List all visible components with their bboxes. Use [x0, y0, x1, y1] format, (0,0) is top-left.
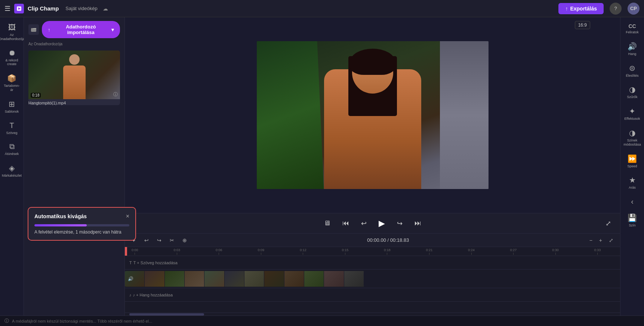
skip-forward-button[interactable]: ⏭: [412, 218, 424, 229]
export-icon: ↑: [565, 6, 568, 12]
filter-icon: ◑: [629, 85, 635, 94]
timeline-zoom-controls: − + ⤢: [587, 237, 616, 244]
main-area: 🖼 Az Onadathordozója ⏺ & rekord create 📦…: [0, 17, 644, 316]
info-icon: ⓘ: [4, 318, 9, 324]
sidebar-item-captions[interactable]: CC Feliratok: [622, 20, 643, 37]
filter-label: Szűrők: [627, 95, 637, 99]
text-track-icon: T: [129, 261, 132, 265]
audio-track-add[interactable]: ♪ ♪ + Hang hozzáadása: [125, 288, 620, 302]
sidebar-item-save-color[interactable]: 💾 Szín: [622, 210, 643, 231]
fullscreen-button[interactable]: ⤢: [603, 218, 614, 229]
sidebar-content-label: Tartalomn-ár: [3, 84, 21, 92]
sidebar-item-text[interactable]: T Szöveg: [1, 118, 23, 138]
text-track-add[interactable]: T T + Szöveg hozzáadása: [125, 256, 620, 269]
help-button[interactable]: ?: [610, 3, 622, 15]
import-button[interactable]: ↑ Adathordozó importálása ▾: [42, 21, 120, 38]
sidebar-item-transitions[interactable]: ⧉ Átünések: [1, 139, 23, 159]
effects-label: Effektusok: [625, 117, 640, 121]
undo-button[interactable]: ↩: [142, 237, 151, 244]
ruler-mark-27: 0:27: [510, 248, 517, 255]
timeline-scrollbar[interactable]: [125, 313, 620, 316]
left-sidebar: 🖼 Az Onadathordozója ⏺ & rekord create 📦…: [0, 17, 24, 316]
skip-back-button[interactable]: ⏮: [339, 218, 352, 229]
export-label: Exportálás: [570, 6, 597, 12]
thumb-duration: 0:18: [31, 93, 41, 98]
sidebar-item-color[interactable]: ◑ Színek módosítása: [622, 125, 643, 150]
avatar[interactable]: CP: [628, 3, 640, 15]
text-track-label: T + Szöveg hozzáadása: [133, 261, 178, 265]
equalizer-icon: ⊜: [629, 64, 635, 73]
sidebar-item-equalizer[interactable]: ⊜ Éleslítés: [622, 61, 643, 81]
ai-label: Arás: [629, 186, 636, 190]
ai-icon: ★: [629, 176, 636, 185]
effects-icon: ✦: [629, 107, 635, 116]
ruler-mark-30: 0:30: [552, 248, 559, 255]
sidebar-item-speed[interactable]: ⏩ Speed: [622, 151, 643, 171]
ruler-mark-6: 0:06: [216, 248, 222, 255]
redo-button[interactable]: ↪: [155, 237, 164, 244]
app-title: Clip Champ: [28, 5, 59, 12]
video-wall: [440, 41, 489, 189]
sidebar-media-label: Az Onadathordozója: [0, 33, 25, 41]
video-strip[interactable]: 🔊: [125, 271, 364, 287]
sidebar-item-filter[interactable]: ◑ Szűrők: [622, 82, 643, 102]
brand-icon: ◈: [9, 164, 15, 173]
timeline-area: ✦ ↩ ↪ ✂ ⊕ 00:00.00 / 00:18.83 − + ⤢ 0:00…: [125, 233, 620, 316]
transitions-icon: ⧉: [9, 142, 15, 151]
audio-track-label: ♪ + Hang hozzáadása: [133, 293, 173, 297]
media-grid: 0:18 ⓘ Hangtompitó(1).mp4: [24, 48, 124, 108]
media-thumbnail[interactable]: 0:18 ⓘ Hangtompitó(1).mp4: [28, 51, 120, 105]
sidebar-item-content[interactable]: 📦 Tartalomn-ár: [1, 71, 23, 95]
strip-thumb-12: [344, 271, 364, 287]
export-button[interactable]: ↑ Exportálás: [558, 3, 604, 14]
rewind-button[interactable]: ↩: [358, 218, 370, 229]
ruler-mark-12: 0:12: [300, 248, 306, 255]
menu-icon[interactable]: ☰: [4, 4, 10, 13]
save-color-label: Szín: [629, 223, 635, 228]
strip-thumb-11: [324, 271, 344, 287]
strip-thumb-3: [165, 271, 185, 287]
preview-video-area: 16:9: [125, 17, 620, 213]
add-button[interactable]: ⊕: [180, 237, 189, 244]
sidebar-item-effects[interactable]: ✦ Effektusok: [622, 104, 643, 124]
screen-record-button[interactable]: 🖥: [321, 218, 333, 229]
app-logo: [14, 4, 24, 13]
sidebar-collapse[interactable]: ‹: [622, 194, 643, 209]
sidebar-item-sound[interactable]: 🔊 Hang: [622, 39, 643, 59]
popup-close-button[interactable]: ×: [126, 213, 129, 220]
sidebar-item-record[interactable]: ⏺ & rekord create: [1, 46, 23, 70]
sidebar-item-media[interactable]: 🖼 Az Onadathordozója: [1, 20, 23, 44]
video-frame: [257, 41, 489, 189]
video-track: 🔊: [125, 269, 620, 288]
play-button[interactable]: ▶: [376, 217, 388, 230]
media-panel-label: Az Onadathordozója: [24, 40, 124, 48]
sidebar-templates-label: Sablonok: [5, 110, 19, 114]
audio-track-icon: ♪: [129, 293, 132, 297]
speed-label: Speed: [627, 164, 637, 168]
cut-button[interactable]: ✂: [167, 237, 176, 244]
popup-header: Automatikus kivágás ×: [34, 213, 129, 220]
import-button-label: Adathordozó importálása: [53, 24, 110, 35]
timeline-fullscreen-button[interactable]: ⤢: [607, 237, 616, 244]
ruler-mark-0: 0:00: [132, 248, 138, 255]
sidebar-item-templates[interactable]: ⊞ Sablonok: [1, 97, 23, 117]
content-icon: 📦: [7, 74, 16, 83]
strip-thumb-7: [244, 271, 264, 287]
zoom-in-button[interactable]: +: [597, 237, 604, 244]
auto-crop-popup: Automatikus kivágás × A felvétel elemzés…: [28, 207, 136, 241]
timeline-ruler: 0:00 0:03 0:06 0:09 0:12 0:15 0:18 0:21 …: [125, 247, 620, 256]
captions-icon: CC: [628, 23, 636, 29]
forward-button[interactable]: ↪: [394, 218, 406, 229]
strip-thumb-8: [264, 271, 284, 287]
import-dropdown-icon: ▾: [111, 27, 114, 33]
right-sidebar: CC Feliratok 🔊 Hang ⊜ Éleslítés ◑ Szűrők…: [620, 17, 644, 316]
sound-icon: 🔊: [628, 42, 637, 51]
sidebar-item-brand[interactable]: ◈ Márkakészlet: [1, 161, 23, 181]
playback-controls: 🖥 ⏮ ↩ ▶ ↪ ⏭ ⤢: [125, 213, 620, 233]
popup-progress-fill: [34, 224, 87, 226]
ruler-mark-33: 0:33: [594, 248, 601, 255]
cloud-icon: ☁: [103, 6, 108, 12]
zoom-out-button[interactable]: −: [587, 237, 595, 244]
sidebar-item-ai[interactable]: ★ Arás: [622, 173, 643, 193]
video-plants: [257, 41, 324, 189]
